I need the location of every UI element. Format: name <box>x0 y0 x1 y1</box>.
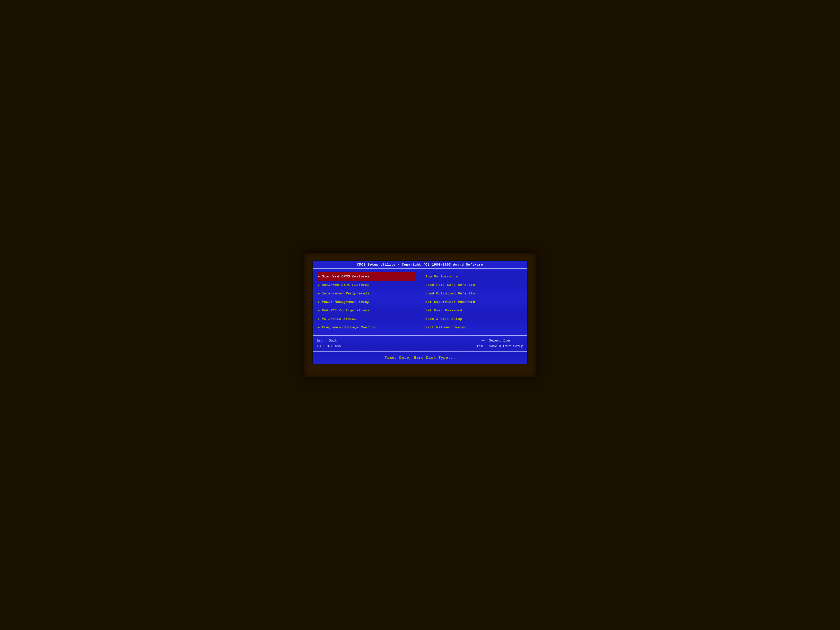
left-menu-item-label-1: Advanced BIOS Features <box>322 283 369 287</box>
status-right: ↑↓→←: Select Item F10 : Save & Exit Setu… <box>477 338 523 349</box>
arrow-icon-3: ▶ <box>318 300 320 304</box>
left-menu-item-5[interactable]: ▶PC Health Status <box>317 315 415 323</box>
f10-label: F10 : Save & Exit Setup <box>477 344 523 349</box>
right-menu-item-2[interactable]: Load Optimized Defaults <box>425 289 523 298</box>
left-menu-item-0[interactable]: ▶Standard CMOS Features <box>317 272 415 281</box>
right-menu-item-3[interactable]: Set Supervisor Password <box>425 298 523 306</box>
arrow-icon-1: ▶ <box>318 283 320 287</box>
left-menu-item-2[interactable]: ▶Integrated Peripherals <box>317 289 415 298</box>
f8-label: F8 : Q-Flash <box>317 344 341 349</box>
arrow-icon-0: ▶ <box>318 275 320 278</box>
left-menu-item-label-0: Standard CMOS Features <box>322 275 369 278</box>
description-bar: Time, Date, Hard Disk Type... <box>313 352 527 364</box>
arrow-icon-4: ▶ <box>318 309 320 313</box>
left-menu-item-3[interactable]: ▶Power Management Setup <box>317 298 415 306</box>
description-text: Time, Date, Hard Disk Type... <box>384 356 456 360</box>
left-menu-item-label-2: Integrated Peripherals <box>322 292 369 295</box>
title-bar: CMOS Setup Utility - Copyright (C) 1984-… <box>313 261 527 269</box>
main-content: ▶Standard CMOS Features▶Advanced BIOS Fe… <box>313 269 527 336</box>
left-menu-item-label-3: Power Management Setup <box>322 300 369 304</box>
left-menu-item-1[interactable]: ▶Advanced BIOS Features <box>317 281 415 289</box>
left-menu-item-label-5: PC Health Status <box>322 317 357 321</box>
left-menu-item-label-4: PnP/PCI Configurations <box>322 309 369 313</box>
right-menu-item-0[interactable]: Top Performance <box>425 272 523 281</box>
left-panel: ▶Standard CMOS Features▶Advanced BIOS Fe… <box>313 269 420 335</box>
arrow-icon-5: ▶ <box>318 317 320 321</box>
nav-label: ↑↓→←: Select Item <box>477 338 523 344</box>
status-left: Esc : Quit F8 : Q-Flash <box>317 338 341 349</box>
right-menu-item-1[interactable]: Load Fail-Safe Defaults <box>425 281 523 289</box>
left-menu-item-4[interactable]: ▶PnP/PCI Configurations <box>317 306 415 315</box>
right-menu-item-5[interactable]: Save & Exit Setup <box>425 315 523 323</box>
arrow-icon-2: ▶ <box>318 292 320 295</box>
monitor-bezel: CMOS Setup Utility - Copyright (C) 1984-… <box>304 253 536 377</box>
esc-label: Esc : Quit <box>317 338 341 344</box>
arrow-icon-6: ▶ <box>318 325 320 329</box>
right-menu-item-6[interactable]: Exit Without Saving <box>425 323 523 332</box>
bios-screen: CMOS Setup Utility - Copyright (C) 1984-… <box>312 261 528 365</box>
left-menu-item-6[interactable]: ▶Frequency/Voltage Control <box>317 323 415 332</box>
left-menu-item-label-6: Frequency/Voltage Control <box>322 325 376 329</box>
right-panel: Top PerformanceLoad Fail-Safe DefaultsLo… <box>420 269 527 335</box>
status-bar: Esc : Quit F8 : Q-Flash ↑↓→←: Select Ite… <box>313 336 527 352</box>
right-menu-item-4[interactable]: Set User Password <box>425 306 523 315</box>
title-text: CMOS Setup Utility - Copyright (C) 1984-… <box>357 263 483 267</box>
